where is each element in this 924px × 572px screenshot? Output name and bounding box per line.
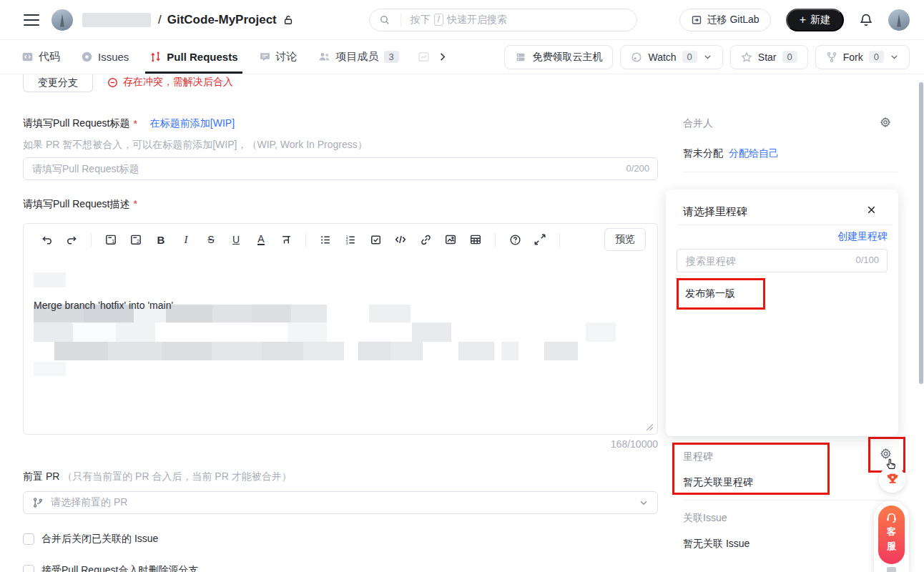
select-chevron-down-icon	[639, 498, 649, 508]
editor-content-area[interactable]: Merge branch 'hotfix' into 'main'	[24, 255, 657, 434]
redacted-block	[303, 342, 344, 360]
code-block-icon[interactable]	[393, 232, 408, 247]
tab-pull-requests[interactable]: Pull Requests	[147, 40, 240, 74]
breadcrumb-separator: /	[158, 13, 162, 27]
fork-icon	[826, 51, 837, 63]
customer-service-label-1: 客	[887, 526, 896, 538]
delete-branch-checkbox[interactable]	[23, 565, 34, 572]
free-cloud-host-button[interactable]: 免费领取云主机	[504, 45, 613, 69]
svg-text:1: 1	[112, 239, 114, 244]
heading-1-icon[interactable]: 1	[104, 232, 118, 247]
tab-discussion-label: 讨论	[276, 50, 298, 64]
editor-toolbar: 1 2 B I S U A 123	[24, 224, 657, 255]
widget-more-icon[interactable]	[887, 567, 896, 572]
redacted-block	[262, 342, 303, 360]
create-milestone-link[interactable]: 创建里程碑	[837, 230, 888, 243]
server-icon	[515, 51, 526, 63]
image-icon[interactable]	[443, 232, 458, 247]
redacted-block	[458, 342, 494, 360]
assignee-empty-text: 暂未分配	[683, 147, 723, 160]
namespace-avatar[interactable]	[51, 9, 73, 31]
redacted-block	[34, 272, 66, 287]
popup-divider	[677, 225, 893, 225]
help-icon[interactable]	[508, 232, 522, 247]
underline-icon[interactable]: U	[229, 232, 243, 247]
description-char-counter: 168/10000	[23, 438, 658, 450]
fullscreen-icon[interactable]	[533, 232, 547, 247]
hamburger-menu-icon[interactable]	[24, 14, 39, 26]
global-search[interactable]: 按下 / 快速开启搜索	[369, 9, 637, 31]
page-scrollbar-thumb[interactable]	[919, 82, 923, 384]
resize-handle-icon[interactable]	[646, 423, 654, 431]
markdown-editor: 1 2 B I S U A 123	[23, 223, 658, 435]
star-button[interactable]: Star 0	[730, 45, 808, 69]
italic-icon[interactable]: I	[179, 232, 193, 247]
table-icon[interactable]	[468, 232, 483, 247]
git-branch-icon	[32, 497, 44, 508]
new-button[interactable]: + 新建	[786, 9, 844, 31]
close-issue-checkbox-label: 合并后关闭已关联的 Issue	[41, 533, 158, 546]
project-name[interactable]: GitCode-MyProject	[167, 13, 277, 27]
assign-to-me-link[interactable]: 分配给自己	[729, 147, 779, 160]
pr-title-input[interactable]	[23, 157, 658, 180]
fork-dropdown-chevron-icon[interactable]	[890, 52, 899, 61]
wip-hint-text: 如果 PR 暂不想被合入，可以在标题前添加[WIP]，（WIP, Work In…	[23, 139, 368, 152]
milestone-popup-title: 请选择里程碑	[683, 205, 747, 219]
add-wip-link[interactable]: 在标题前添加[WIP]	[150, 117, 235, 130]
milestone-option[interactable]: 发布第一版	[685, 287, 735, 300]
title-char-counter: 0/200	[626, 163, 649, 174]
bullet-list-icon[interactable]	[318, 232, 333, 247]
redacted-block	[390, 342, 423, 360]
user-avatar[interactable]	[888, 9, 910, 31]
watch-dropdown-chevron-icon[interactable]	[703, 52, 712, 61]
tab-issues[interactable]: Issues	[79, 40, 131, 74]
pre-pr-select[interactable]: 请选择前置的 PR	[23, 491, 658, 514]
close-issue-checkbox[interactable]	[23, 533, 34, 545]
font-color-icon[interactable]: A	[254, 232, 268, 247]
discussion-icon	[259, 51, 271, 63]
tab-code-label: 代码	[39, 50, 60, 64]
task-list-icon[interactable]	[368, 232, 383, 247]
breadcrumb: / GitCode-MyProject	[158, 13, 294, 27]
bold-icon[interactable]: B	[154, 232, 168, 247]
preview-button[interactable]: 预览	[604, 228, 646, 251]
milestone-search-counter: 0/100	[855, 255, 879, 265]
issue-section-label: 关联Issue	[683, 512, 727, 525]
undo-icon[interactable]	[39, 232, 54, 247]
more-tabs-chevron-icon[interactable]	[437, 51, 448, 62]
ordered-list-icon[interactable]: 123	[343, 232, 358, 247]
redo-icon[interactable]	[64, 232, 79, 247]
trophy-activity-button[interactable]	[879, 466, 905, 493]
members-icon	[318, 51, 331, 63]
strikethrough-icon[interactable]: S	[204, 232, 218, 247]
redacted-block	[358, 342, 390, 360]
notification-bell-icon[interactable]	[859, 13, 873, 27]
change-branch-button[interactable]: 变更分支	[23, 74, 93, 92]
tab-discussion[interactable]: 讨论	[257, 40, 300, 74]
pr-description-label: 请填写Pull Request描述	[23, 198, 129, 211]
font-size-icon[interactable]	[279, 232, 293, 247]
customer-service-label-2: 服	[887, 540, 896, 552]
redacted-block	[73, 322, 116, 342]
customer-service-button[interactable]: 客 服	[878, 506, 905, 564]
watch-button[interactable]: Watch 0	[620, 45, 722, 69]
heading-2-icon[interactable]: 2	[129, 232, 143, 247]
migrate-gitlab-label: 迁移 GitLab	[707, 14, 760, 26]
fork-button[interactable]: Fork 0	[815, 45, 910, 69]
redacted-block	[212, 305, 252, 322]
link-icon[interactable]	[418, 232, 433, 247]
star-count: 0	[782, 51, 797, 63]
migrate-gitlab-button[interactable]: 迁移 GitLab	[679, 9, 771, 31]
top-header: / GitCode-MyProject 按下 / 快速开启搜索 迁移 GitLa…	[0, 0, 924, 40]
assignee-settings-gear-icon[interactable]	[880, 117, 891, 128]
mouse-cursor-hand	[884, 456, 898, 470]
tab-code[interactable]: 代码	[19, 40, 62, 74]
popup-close-icon[interactable]	[866, 204, 877, 215]
redacted-block	[501, 342, 518, 360]
tab-members[interactable]: 项目成员 3	[316, 40, 401, 74]
search-placeholder: 按下 / 快速开启搜索	[401, 14, 507, 26]
search-icon	[379, 14, 390, 26]
tab-members-label: 项目成员	[336, 50, 379, 64]
statistics-icon[interactable]	[418, 51, 430, 63]
redacted-block	[412, 322, 451, 342]
